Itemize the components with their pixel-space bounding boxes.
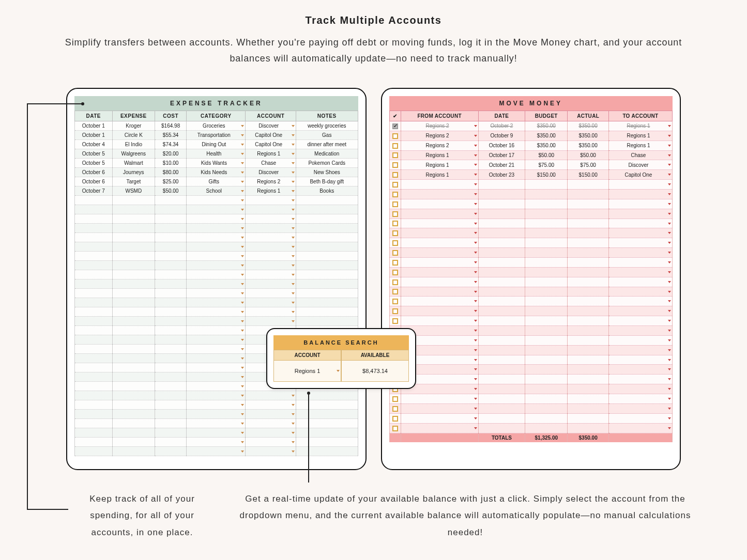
date-cell[interactable] xyxy=(478,267,525,277)
expense-cell[interactable] xyxy=(112,270,155,279)
date-cell[interactable] xyxy=(75,205,113,214)
cost-cell[interactable] xyxy=(155,428,187,438)
actual-cell[interactable] xyxy=(568,335,609,345)
cost-cell[interactable]: $164.98 xyxy=(155,121,187,131)
category-dropdown[interactable] xyxy=(187,363,246,372)
date-cell[interactable]: October 5 xyxy=(75,149,113,159)
expense-cell[interactable] xyxy=(112,354,155,363)
balance-account-dropdown[interactable]: Regions 1 xyxy=(273,361,341,382)
account-dropdown[interactable] xyxy=(246,289,296,298)
date-cell[interactable] xyxy=(478,297,525,306)
from-account-dropdown[interactable]: Regions 2 xyxy=(401,121,478,131)
account-dropdown[interactable] xyxy=(246,279,296,289)
expense-cell[interactable]: WSMD xyxy=(112,186,155,196)
actual-cell[interactable] xyxy=(568,375,609,384)
expense-cell[interactable] xyxy=(112,410,155,419)
budget-cell[interactable] xyxy=(525,219,568,228)
account-dropdown[interactable] xyxy=(246,224,296,233)
to-account-dropdown[interactable] xyxy=(608,413,672,423)
date-cell[interactable] xyxy=(75,438,113,447)
checkbox-cell[interactable] xyxy=(389,228,401,238)
account-dropdown[interactable] xyxy=(246,261,296,270)
account-dropdown[interactable] xyxy=(246,400,296,410)
account-dropdown[interactable] xyxy=(246,242,296,252)
cost-cell[interactable] xyxy=(155,438,187,447)
category-dropdown[interactable]: Kids Needs xyxy=(187,168,246,177)
budget-cell[interactable] xyxy=(525,326,568,336)
budget-cell[interactable] xyxy=(525,209,568,219)
budget-cell[interactable] xyxy=(525,413,568,423)
notes-cell[interactable] xyxy=(296,252,358,261)
budget-cell[interactable]: $350.00 xyxy=(525,131,568,141)
notes-cell[interactable] xyxy=(296,224,358,233)
account-dropdown[interactable]: Regions 1 xyxy=(246,149,296,159)
checkbox-cell[interactable] xyxy=(389,297,401,306)
notes-cell[interactable] xyxy=(296,438,358,447)
category-dropdown[interactable]: School xyxy=(187,186,246,196)
date-cell[interactable] xyxy=(75,242,113,252)
to-account-dropdown[interactable]: Regions 1 xyxy=(608,121,672,131)
date-cell[interactable] xyxy=(478,287,525,297)
expense-cell[interactable] xyxy=(112,242,155,252)
date-cell[interactable] xyxy=(478,345,525,355)
notes-cell[interactable] xyxy=(296,419,358,428)
date-cell[interactable] xyxy=(75,298,113,307)
budget-cell[interactable] xyxy=(525,355,568,365)
checkbox-cell[interactable] xyxy=(389,423,401,433)
category-dropdown[interactable] xyxy=(187,400,246,410)
actual-cell[interactable] xyxy=(568,238,609,248)
notes-cell[interactable] xyxy=(296,270,358,279)
notes-cell[interactable] xyxy=(296,410,358,419)
category-dropdown[interactable]: Gifts xyxy=(187,177,246,186)
from-account-dropdown[interactable] xyxy=(401,316,478,326)
budget-cell[interactable] xyxy=(525,248,568,258)
from-account-dropdown[interactable] xyxy=(401,306,478,316)
budget-cell[interactable] xyxy=(525,277,568,287)
cost-cell[interactable]: $80.00 xyxy=(155,168,187,177)
notes-cell[interactable]: Medication xyxy=(296,149,358,159)
date-cell[interactable] xyxy=(478,219,525,228)
date-cell[interactable] xyxy=(478,423,525,433)
actual-cell[interactable] xyxy=(568,228,609,238)
category-dropdown[interactable] xyxy=(187,196,246,205)
cost-cell[interactable] xyxy=(155,307,187,317)
date-cell[interactable] xyxy=(75,196,113,205)
from-account-dropdown[interactable] xyxy=(401,228,478,238)
checkbox-cell[interactable] xyxy=(389,394,401,404)
from-account-dropdown[interactable]: Regions 2 xyxy=(401,131,478,141)
category-dropdown[interactable]: Health xyxy=(187,149,246,159)
to-account-dropdown[interactable] xyxy=(608,238,672,248)
expense-cell[interactable]: Walgreens xyxy=(112,149,155,159)
date-cell[interactable] xyxy=(478,365,525,375)
expense-cell[interactable] xyxy=(112,307,155,317)
expense-cell[interactable] xyxy=(112,419,155,428)
account-dropdown[interactable] xyxy=(246,205,296,214)
checkbox-cell[interactable] xyxy=(389,248,401,258)
notes-cell[interactable] xyxy=(296,214,358,224)
from-account-dropdown[interactable] xyxy=(401,199,478,209)
cost-cell[interactable] xyxy=(155,298,187,307)
date-cell[interactable]: October 1 xyxy=(75,121,113,131)
budget-cell[interactable] xyxy=(525,384,568,394)
from-account-dropdown[interactable] xyxy=(401,413,478,423)
actual-cell[interactable]: $350.00 xyxy=(568,131,609,141)
checkbox-cell[interactable] xyxy=(389,258,401,268)
category-dropdown[interactable] xyxy=(187,447,246,456)
notes-cell[interactable]: Pokemon Cards xyxy=(296,159,358,168)
budget-cell[interactable] xyxy=(525,375,568,384)
notes-cell[interactable] xyxy=(296,428,358,438)
expense-cell[interactable] xyxy=(112,214,155,224)
checkbox-cell[interactable] xyxy=(389,131,401,141)
actual-cell[interactable] xyxy=(568,326,609,336)
budget-cell[interactable] xyxy=(525,345,568,355)
to-account-dropdown[interactable] xyxy=(608,209,672,219)
from-account-dropdown[interactable] xyxy=(401,238,478,248)
date-cell[interactable]: October 1 xyxy=(75,131,113,140)
date-cell[interactable] xyxy=(478,375,525,384)
actual-cell[interactable] xyxy=(568,355,609,365)
to-account-dropdown[interactable] xyxy=(608,306,672,316)
date-cell[interactable] xyxy=(75,363,113,372)
date-cell[interactable]: October 17 xyxy=(478,150,525,160)
date-cell[interactable]: October 23 xyxy=(478,170,525,180)
checkbox-cell[interactable] xyxy=(389,160,401,170)
